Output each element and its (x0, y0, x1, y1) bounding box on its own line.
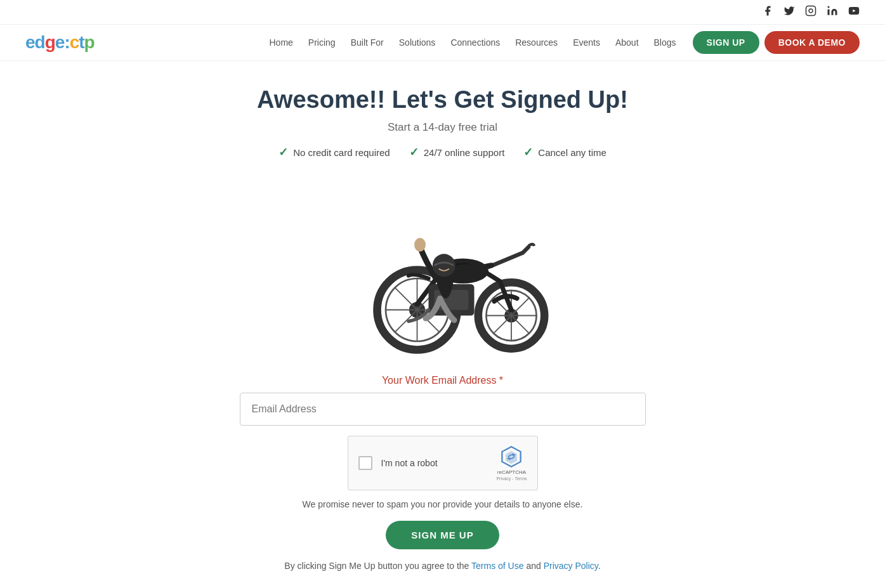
terms-mid: and (524, 561, 544, 571)
svg-rect-0 (806, 6, 816, 16)
nav-about[interactable]: About (609, 34, 645, 51)
book-demo-button[interactable]: BOOK A DEMO (764, 31, 860, 54)
signup-button[interactable]: SIGN UP (693, 31, 759, 54)
trial-subtitle: Start a 14-day free trial (388, 121, 497, 134)
top-social-bar (0, 0, 885, 25)
recaptcha-brand-text: reCAPTCHA (497, 469, 526, 475)
feature-label-2: 24/7 online support (424, 147, 505, 158)
svg-point-3 (828, 6, 830, 8)
spam-notice: We promise never to spam you nor provide… (303, 499, 583, 509)
feature-no-cc: ✓ No credit card required (279, 145, 390, 159)
features-row: ✓ No credit card required ✓ 24/7 online … (279, 145, 606, 159)
twitter-icon[interactable] (783, 5, 795, 19)
nav-solutions[interactable]: Solutions (393, 34, 442, 51)
feature-label-1: No credit card required (293, 147, 390, 158)
nav-connections[interactable]: Connections (444, 34, 506, 51)
svg-point-22 (414, 238, 426, 252)
terms-of-use-link[interactable]: Terms of Use (471, 561, 523, 571)
nav-links: Home Pricing Built For Solutions Connect… (263, 37, 683, 48)
facebook-icon[interactable] (762, 5, 773, 19)
recaptcha-logo-icon (500, 445, 523, 468)
nav-built-for[interactable]: Built For (344, 34, 390, 51)
nav-home[interactable]: Home (263, 34, 299, 51)
instagram-icon[interactable] (805, 5, 816, 19)
recaptcha-links-text[interactable]: Privacy - Terms (496, 476, 527, 481)
check-icon-2: ✓ (409, 145, 419, 159)
navbar: edge:ctp Home Pricing Built For Solution… (0, 25, 885, 61)
terms-text: By clicking Sign Me Up button you agree … (284, 561, 600, 571)
youtube-icon[interactable] (848, 5, 860, 19)
check-icon-1: ✓ (279, 145, 288, 159)
svg-rect-2 (828, 10, 830, 15)
privacy-policy-link[interactable]: Privacy Policy (544, 561, 598, 571)
main-content: Awesome!! Let's Get Signed Up! Start a 1… (0, 61, 885, 588)
linkedin-icon[interactable] (827, 5, 838, 19)
terms-pre: By clicking Sign Me Up button you agree … (284, 561, 471, 571)
nav-blogs[interactable]: Blogs (648, 34, 683, 51)
check-icon-3: ✓ (523, 145, 533, 159)
feature-cancel: ✓ Cancel any time (523, 145, 606, 159)
recaptcha-left: I'm not a robot (358, 456, 438, 470)
nav-events[interactable]: Events (567, 34, 606, 51)
logo[interactable]: edge:ctp (25, 32, 95, 53)
recaptcha-checkbox[interactable] (358, 456, 372, 470)
recaptcha-widget[interactable]: I'm not a robot reCAPTCHA Privacy - Term… (348, 436, 538, 490)
sign-me-up-button[interactable]: SIGN ME UP (386, 521, 499, 549)
hero-illustration (329, 172, 557, 362)
feature-support: ✓ 24/7 online support (409, 145, 505, 159)
email-input[interactable] (240, 393, 646, 426)
email-label: Your Work Email Address * (382, 375, 503, 386)
nav-pricing[interactable]: Pricing (302, 34, 342, 51)
recaptcha-label: I'm not a robot (381, 458, 438, 468)
recaptcha-right: reCAPTCHA Privacy - Terms (496, 445, 527, 481)
nav-resources[interactable]: Resources (509, 34, 564, 51)
terms-post: . (598, 561, 601, 571)
page-title: Awesome!! Let's Get Signed Up! (257, 86, 628, 114)
feature-label-3: Cancel any time (538, 147, 606, 158)
